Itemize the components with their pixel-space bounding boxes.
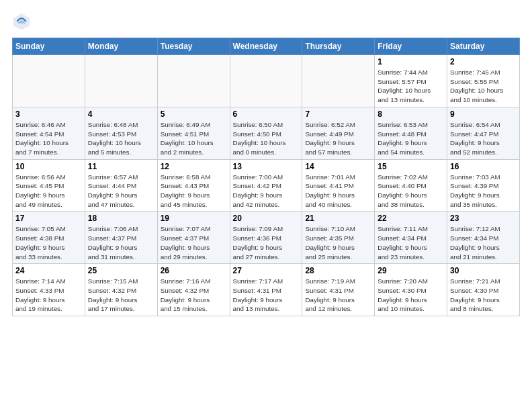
day-number: 5 [161, 109, 227, 119]
day-number: 30 [450, 266, 517, 275]
calendar-cell: 11Sunrise: 6:57 AM Sunset: 4:44 PM Dayli… [85, 159, 157, 212]
calendar: SundayMondayTuesdayWednesdayThursdayFrid… [12, 38, 520, 316]
calendar-cell [230, 55, 302, 107]
day-info: Sunrise: 7:01 AM Sunset: 4:41 PM Dayligh… [305, 173, 371, 210]
calendar-cell [85, 55, 157, 107]
calendar-cell: 18Sunrise: 7:06 AM Sunset: 4:37 PM Dayli… [85, 212, 157, 264]
calendar-cell: 22Sunrise: 7:11 AM Sunset: 4:34 PM Dayli… [375, 212, 447, 264]
calendar-cell: 19Sunrise: 7:07 AM Sunset: 4:37 PM Dayli… [157, 212, 230, 264]
calendar-cell: 10Sunrise: 6:56 AM Sunset: 4:45 PM Dayli… [13, 159, 85, 212]
day-info: Sunrise: 6:49 AM Sunset: 4:51 PM Dayligh… [161, 120, 227, 157]
day-info: Sunrise: 7:11 AM Sunset: 4:34 PM Dayligh… [378, 224, 444, 261]
day-number: 10 [15, 162, 82, 171]
week-row-0: 1Sunrise: 7:44 AM Sunset: 5:57 PM Daylig… [13, 55, 520, 107]
day-number: 25 [88, 266, 154, 275]
calendar-cell: 8Sunrise: 6:53 AM Sunset: 4:48 PM Daylig… [375, 107, 447, 159]
col-header-saturday: Saturday [447, 38, 520, 55]
header [12, 12, 520, 31]
week-row-3: 17Sunrise: 7:05 AM Sunset: 4:38 PM Dayli… [13, 212, 520, 264]
day-number: 26 [161, 266, 227, 275]
day-number: 8 [378, 109, 444, 119]
col-header-wednesday: Wednesday [230, 38, 302, 55]
day-info: Sunrise: 6:56 AM Sunset: 4:45 PM Dayligh… [15, 173, 82, 210]
calendar-cell: 26Sunrise: 7:16 AM Sunset: 4:32 PM Dayli… [157, 264, 230, 316]
calendar-cell: 29Sunrise: 7:20 AM Sunset: 4:30 PM Dayli… [375, 264, 447, 316]
page: SundayMondayTuesdayWednesdayThursdayFrid… [0, 0, 532, 323]
day-number: 28 [305, 266, 371, 275]
day-info: Sunrise: 7:10 AM Sunset: 4:35 PM Dayligh… [305, 224, 371, 261]
calendar-cell [157, 55, 230, 107]
calendar-cell: 30Sunrise: 7:21 AM Sunset: 4:30 PM Dayli… [447, 264, 520, 316]
day-number: 2 [450, 57, 517, 66]
day-info: Sunrise: 6:57 AM Sunset: 4:44 PM Dayligh… [88, 173, 154, 210]
calendar-cell: 5Sunrise: 6:49 AM Sunset: 4:51 PM Daylig… [157, 107, 230, 159]
day-info: Sunrise: 6:54 AM Sunset: 4:47 PM Dayligh… [450, 120, 517, 157]
col-header-friday: Friday [375, 38, 447, 55]
calendar-cell: 28Sunrise: 7:19 AM Sunset: 4:31 PM Dayli… [302, 264, 375, 316]
day-number: 29 [378, 266, 444, 275]
calendar-cell: 14Sunrise: 7:01 AM Sunset: 4:41 PM Dayli… [302, 159, 375, 212]
calendar-cell: 3Sunrise: 6:46 AM Sunset: 4:54 PM Daylig… [13, 107, 85, 159]
day-info: Sunrise: 7:19 AM Sunset: 4:31 PM Dayligh… [305, 277, 371, 314]
week-row-2: 10Sunrise: 6:56 AM Sunset: 4:45 PM Dayli… [13, 159, 520, 212]
calendar-cell: 24Sunrise: 7:14 AM Sunset: 4:33 PM Dayli… [13, 264, 85, 316]
day-number: 9 [450, 109, 517, 119]
col-header-sunday: Sunday [13, 38, 85, 55]
day-info: Sunrise: 6:53 AM Sunset: 4:48 PM Dayligh… [378, 120, 444, 157]
calendar-cell: 6Sunrise: 6:50 AM Sunset: 4:50 PM Daylig… [230, 107, 302, 159]
calendar-cell [13, 55, 85, 107]
calendar-cell: 20Sunrise: 7:09 AM Sunset: 4:36 PM Dayli… [230, 212, 302, 264]
calendar-cell: 1Sunrise: 7:44 AM Sunset: 5:57 PM Daylig… [375, 55, 447, 107]
day-info: Sunrise: 7:05 AM Sunset: 4:38 PM Dayligh… [15, 224, 82, 261]
day-number: 24 [15, 266, 82, 275]
calendar-cell: 7Sunrise: 6:52 AM Sunset: 4:49 PM Daylig… [302, 107, 375, 159]
day-number: 21 [305, 214, 371, 223]
day-number: 15 [378, 162, 444, 171]
day-number: 14 [305, 162, 371, 171]
day-number: 13 [233, 162, 300, 171]
day-number: 17 [15, 214, 82, 223]
logo-icon [12, 12, 31, 31]
calendar-cell: 9Sunrise: 6:54 AM Sunset: 4:47 PM Daylig… [447, 107, 520, 159]
day-number: 16 [450, 162, 517, 171]
calendar-cell: 25Sunrise: 7:15 AM Sunset: 4:32 PM Dayli… [85, 264, 157, 316]
calendar-cell: 15Sunrise: 7:02 AM Sunset: 4:40 PM Dayli… [375, 159, 447, 212]
day-info: Sunrise: 6:52 AM Sunset: 4:49 PM Dayligh… [305, 120, 371, 157]
day-info: Sunrise: 6:50 AM Sunset: 4:50 PM Dayligh… [233, 120, 300, 157]
day-number: 19 [161, 214, 227, 223]
day-number: 22 [378, 214, 444, 223]
day-number: 3 [15, 109, 82, 119]
week-row-1: 3Sunrise: 6:46 AM Sunset: 4:54 PM Daylig… [13, 107, 520, 159]
col-header-thursday: Thursday [302, 38, 375, 55]
day-info: Sunrise: 7:21 AM Sunset: 4:30 PM Dayligh… [450, 277, 517, 314]
day-info: Sunrise: 7:15 AM Sunset: 4:32 PM Dayligh… [88, 277, 154, 314]
week-row-4: 24Sunrise: 7:14 AM Sunset: 4:33 PM Dayli… [13, 264, 520, 316]
day-info: Sunrise: 7:03 AM Sunset: 4:39 PM Dayligh… [450, 173, 517, 210]
col-header-tuesday: Tuesday [157, 38, 230, 55]
day-number: 20 [233, 214, 300, 223]
day-number: 6 [233, 109, 300, 119]
calendar-cell: 12Sunrise: 6:58 AM Sunset: 4:43 PM Dayli… [157, 159, 230, 212]
calendar-cell: 4Sunrise: 6:48 AM Sunset: 4:53 PM Daylig… [85, 107, 157, 159]
day-number: 23 [450, 214, 517, 223]
calendar-cell: 2Sunrise: 7:45 AM Sunset: 5:55 PM Daylig… [447, 55, 520, 107]
calendar-cell: 16Sunrise: 7:03 AM Sunset: 4:39 PM Dayli… [447, 159, 520, 212]
day-info: Sunrise: 7:17 AM Sunset: 4:31 PM Dayligh… [233, 277, 300, 314]
calendar-cell: 23Sunrise: 7:12 AM Sunset: 4:34 PM Dayli… [447, 212, 520, 264]
day-info: Sunrise: 7:16 AM Sunset: 4:32 PM Dayligh… [161, 277, 227, 314]
day-number: 18 [88, 214, 154, 223]
logo [12, 12, 32, 31]
day-info: Sunrise: 7:14 AM Sunset: 4:33 PM Dayligh… [15, 277, 82, 314]
day-info: Sunrise: 7:02 AM Sunset: 4:40 PM Dayligh… [378, 173, 444, 210]
day-number: 12 [161, 162, 227, 171]
day-info: Sunrise: 7:20 AM Sunset: 4:30 PM Dayligh… [378, 277, 444, 314]
day-info: Sunrise: 7:12 AM Sunset: 4:34 PM Dayligh… [450, 224, 517, 261]
day-info: Sunrise: 7:07 AM Sunset: 4:37 PM Dayligh… [161, 224, 227, 261]
calendar-cell: 17Sunrise: 7:05 AM Sunset: 4:38 PM Dayli… [13, 212, 85, 264]
day-info: Sunrise: 6:46 AM Sunset: 4:54 PM Dayligh… [15, 120, 82, 157]
day-number: 11 [88, 162, 154, 171]
day-info: Sunrise: 6:48 AM Sunset: 4:53 PM Dayligh… [88, 120, 154, 157]
day-info: Sunrise: 7:09 AM Sunset: 4:36 PM Dayligh… [233, 224, 300, 261]
calendar-cell [302, 55, 375, 107]
day-info: Sunrise: 7:00 AM Sunset: 4:42 PM Dayligh… [233, 173, 300, 210]
